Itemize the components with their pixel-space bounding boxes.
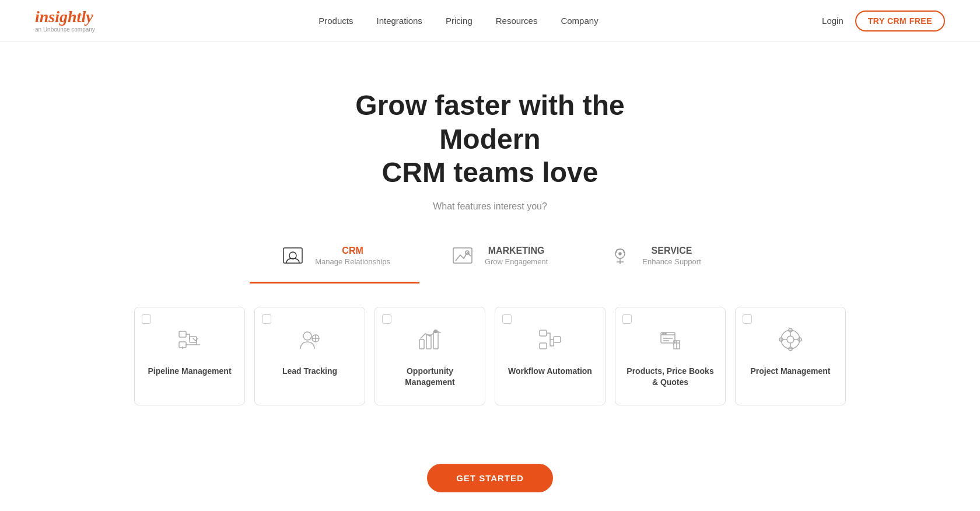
logo-text: insightly [35,9,95,25]
pipeline-icon [175,325,204,354]
opportunity-icon [415,325,444,354]
nav-integrations[interactable]: Integrations [376,16,422,26]
card-workflow[interactable]: Workflow Automation [495,307,606,405]
svg-point-30 [787,336,794,343]
svg-point-24 [665,333,666,334]
marketing-tab-text: MARKETING Grow Engagement [485,246,548,267]
login-link[interactable]: Login [822,16,844,26]
svg-rect-0 [284,248,302,263]
card-products[interactable]: Products, Price Books & Quotes [615,307,726,405]
service-tab-title: SERVICE [642,246,701,256]
nav-pricing[interactable]: Pricing [446,16,473,26]
svg-rect-18 [540,343,547,349]
service-tab-sub: Enhance Support [642,257,701,266]
card-checkbox-pipeline[interactable] [142,314,151,324]
card-checkbox-opportunity[interactable] [382,314,391,324]
crm-tab-icon [279,242,307,270]
svg-rect-15 [433,331,438,349]
card-checkbox-workflow[interactable] [502,314,512,324]
svg-rect-14 [426,335,431,349]
card-project[interactable]: Project Management [735,307,846,405]
main-nav: Products Integrations Pricing Resources … [318,16,598,26]
lead-icon [295,325,324,354]
get-started-button[interactable]: GET STARTED [427,464,553,492]
workflow-label: Workflow Automation [508,366,592,377]
svg-point-5 [619,253,621,255]
card-lead[interactable]: Lead Tracking [254,307,365,405]
project-icon [776,325,805,354]
nav-products[interactable]: Products [318,16,353,26]
marketing-tab-icon [449,242,477,270]
tab-crm[interactable]: CRM Manage Relationships [250,235,419,284]
products-label: Products, Price Books & Quotes [625,366,716,388]
crm-tab-sub: Manage Relationships [315,257,390,266]
card-checkbox-products[interactable] [622,314,632,324]
hero-headline: Grow faster with the Modern CRM teams lo… [315,89,665,190]
svg-rect-13 [419,340,424,349]
workflow-icon [536,325,565,354]
service-tab-text: SERVICE Enhance Support [642,246,701,267]
hero-subtext: What features interest you? [12,201,968,212]
card-checkbox-project[interactable] [743,314,752,324]
svg-point-16 [435,330,438,332]
lead-label: Lead Tracking [282,366,337,377]
opportunity-label: Opportunity Management [384,366,475,388]
service-tab-icon [606,242,634,270]
products-icon [656,325,685,354]
marketing-tab-sub: Grow Engagement [485,257,548,266]
svg-rect-19 [554,337,561,342]
card-pipeline[interactable]: Pipeline Management [134,307,245,405]
crm-tab-text: CRM Manage Relationships [315,246,390,267]
logo: insightly an Unbounce company [35,9,95,33]
header-right: Login TRY CRM FREE [822,10,945,32]
try-crm-free-button[interactable]: TRY CRM FREE [855,10,945,32]
nav-resources[interactable]: Resources [496,16,538,26]
header: insightly an Unbounce company Products I… [0,0,980,42]
feature-tabs: CRM Manage Relationships MARKETING Grow … [12,235,968,284]
svg-point-9 [303,332,312,340]
svg-rect-17 [540,330,547,336]
marketing-tab-title: MARKETING [485,246,548,256]
tab-marketing[interactable]: MARKETING Grow Engagement [419,235,577,284]
pipeline-label: Pipeline Management [148,366,231,377]
card-opportunity[interactable]: Opportunity Management [374,307,485,405]
logo-sub: an Unbounce company [35,26,95,33]
project-label: Project Management [751,366,831,377]
svg-rect-6 [179,331,186,337]
feature-cards: Pipeline Management Lead Tracking [12,307,968,435]
svg-point-23 [663,333,664,334]
svg-point-1 [289,252,296,259]
cta-section: GET STARTED [0,458,980,511]
tab-service[interactable]: SERVICE Enhance Support [577,235,730,284]
card-checkbox-lead[interactable] [262,314,271,324]
svg-rect-8 [190,337,197,342]
hero-section: Grow faster with the Modern CRM teams lo… [0,42,980,458]
nav-company[interactable]: Company [561,16,598,26]
crm-tab-title: CRM [315,246,390,256]
